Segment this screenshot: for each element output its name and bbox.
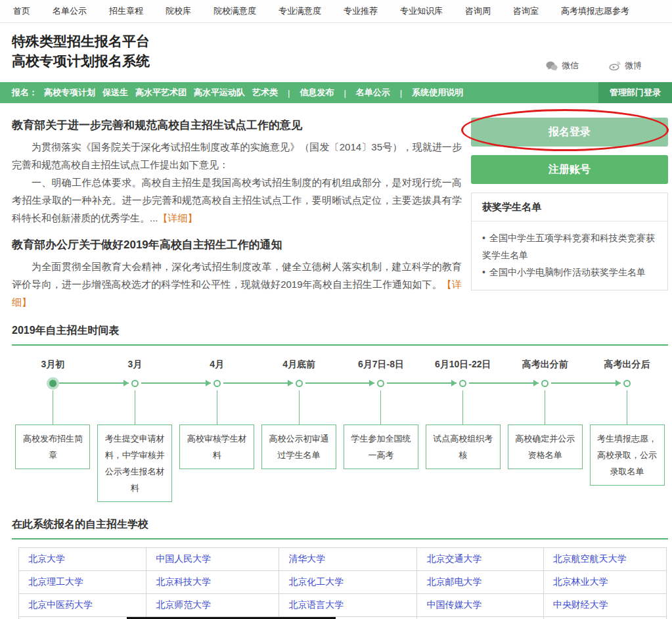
timeline-stage-box: 高校审核学生材料 [179,424,254,469]
schools-section: 在此系统报名的自主招生学校 北京大学中国人民大学清华大学北京交通大学北京航空航天… [12,518,668,619]
award-list-item[interactable]: •全国中小学电脑制作活动获奖学生名单 [482,264,657,281]
school-link[interactable]: 中央财经大学 [553,599,608,610]
table-cell: 北京语言大学 [279,594,417,617]
timeline-stage-box: 考生提交申请材料，中学审核并公示考生报名材料 [97,424,172,502]
school-link[interactable]: 中国传媒大学 [426,599,482,610]
weibo-link[interactable]: 微博 [609,60,642,72]
school-link[interactable]: 北京航空航天大学 [553,553,627,564]
table-cell: 北京航空航天大学 [543,548,666,571]
main-nav-link-publicity[interactable]: 名单公示 [356,87,390,99]
top-nav-link[interactable]: 院校库 [166,5,191,17]
table-cell: 北京化工大学 [279,571,417,594]
table-cell: 北京大学 [19,548,146,571]
school-link[interactable]: 中国人民大学 [156,553,211,564]
awards-panel: 获奖学生名单 •全国中学生五项学科竞赛和科技类竞赛获奖学生名单 •全国中小学电脑… [471,193,668,290]
top-nav-link[interactable]: 咨询周 [465,5,491,17]
school-link[interactable]: 北京理工大学 [28,576,83,587]
news-paragraph-text: 一、明确工作总体要求。高校自主招生是我国高校考试招生制度的有机组成部分，是对现行… [12,177,462,223]
table-row: 对外经济贸易大学中国政法大学华北电力大学 (北京) (保定)南开大学天津大学 [19,617,667,619]
timeline-stage-box: 学生参加全国统一高考 [344,424,418,469]
schools-title: 在此系统报名的自主招生学校 [12,518,668,539]
table-cell: 天津大学 [543,617,666,619]
top-nav-link[interactable]: 高考填报志愿参考 [561,5,629,17]
school-link[interactable]: 北京大学 [28,553,65,564]
school-link[interactable]: 北京师范大学 [156,599,211,610]
table-cell: 北京中医药大学 [19,594,146,617]
site-titles: 特殊类型招生报名平台 高校专项计划报名系统 [12,23,150,82]
school-link[interactable]: 北京中医药大学 [28,599,93,610]
top-nav-link[interactable]: 院校满意度 [213,5,256,17]
timeline-vertical-line [380,390,381,424]
weibo-label: 微博 [625,60,642,72]
top-nav-link[interactable]: 咨询室 [513,5,539,17]
school-link[interactable]: 北京林业大学 [553,576,608,587]
timeline-stage-box: 试点高校组织考核 [426,424,501,469]
timeline-node-icon [459,380,466,387]
news-title[interactable]: 教育部关于进一步完善和规范高校自主招生试点工作的意见 [12,118,462,133]
timeline-stages: 3月初 高校发布招生简章 3月 [12,359,668,502]
timeline-stage: 高考出分后 考生填报志愿，高校录取，公示录取名单 [586,359,668,502]
school-link[interactable]: 北京化工大学 [288,576,344,587]
timeline-node-icon [131,380,139,387]
awards-panel-title: 获奖学生名单 [472,193,667,221]
top-nav-link[interactable]: 招生章程 [109,5,143,17]
table-cell: 北京林业大学 [543,571,666,594]
news-item: 教育部关于进一步完善和规范高校自主招生试点工作的意见 为贯彻落实《国务院关于深化… [12,118,462,227]
timeline-connector [223,382,258,384]
main-nav-categories: 高校专项计划保送生高水平艺术团高水平运动队艺术类 [44,87,278,99]
site-header: 特殊类型招生报名平台 高校专项计划报名系统 微信 [0,23,672,82]
top-nav-link[interactable]: 专业推荐 [344,5,378,17]
timeline-node-icon [296,380,303,387]
timeline-node-row [94,376,176,390]
timeline-stage-label: 高考出分后 [604,359,650,373]
top-nav-link[interactable]: 首页 [13,5,30,17]
timeline-arrow-connector [340,382,375,384]
timeline-stage: 4月 高校审核学生材料 [176,359,258,502]
timeline-vertical-line [299,390,300,424]
separator: | [344,88,346,98]
news-paragraph: 为贯彻落实《国务院关于深化考试招生制度改革的实施意见》（国发〔2014〕35号）… [12,138,462,173]
top-nav-link[interactable]: 专业满意度 [279,5,321,17]
table-cell: 中央财经大学 [543,594,666,617]
timeline-arrow-connector [586,382,621,384]
school-link[interactable]: 北京科技大学 [156,576,211,587]
main-nav-link-info[interactable]: 信息发布 [300,87,334,99]
main-nav-category-link[interactable]: 高水平艺术团 [135,87,187,99]
register-account-button[interactable]: 注册账号 [471,155,668,184]
signup-login-button[interactable]: 报名登录 [471,118,668,147]
admin-login-button[interactable]: 管理部门登录 [598,82,672,103]
table-row: 北京大学中国人民大学清华大学北京交通大学北京航空航天大学 [19,548,667,571]
weibo-icon [609,61,621,71]
award-list-item[interactable]: •全国中学生五项学科竞赛和科技类竞赛获奖学生名单 [482,229,657,264]
timeline-node-row [258,376,340,390]
timeline-node-row [504,376,586,390]
award-list-item-text: 全国中学生五项学科竞赛和科技类竞赛获奖学生名单 [482,233,655,260]
timeline-stage-box: 高校公示初审通过学生名单 [261,424,336,469]
award-list-item-text: 全国中小学电脑制作活动获奖学生名单 [489,267,646,277]
table-cell: 北京科技大学 [146,571,279,594]
timeline-node-icon [49,380,56,387]
school-link[interactable]: 北京邮电大学 [426,576,482,587]
school-link[interactable]: 清华大学 [288,553,325,564]
news-title[interactable]: 教育部办公厅关于做好2019年高校自主招生工作的通知 [12,237,462,252]
main-nav-category-link[interactable]: 高水平运动队 [194,87,245,99]
wechat-link[interactable]: 微信 [546,60,579,72]
main-nav-category-link[interactable]: 艺术类 [252,87,278,99]
top-nav-link[interactable]: 专业知识库 [400,5,443,17]
top-nav-link[interactable]: 名单公示 [53,5,87,17]
news-item: 教育部办公厅关于做好2019年高校自主招生工作的通知 为全面贯彻全国教育大会精神… [12,237,462,311]
school-link[interactable]: 北京语言大学 [288,599,344,610]
main-nav-category-link[interactable]: 保送生 [102,87,128,99]
timeline-connector [387,382,422,384]
main-nav-link-manual[interactable]: 系统使用说明 [412,87,463,99]
timeline-stage: 4月底前 高校公示初审通过学生名单 [258,359,340,502]
table-cell: 北京交通大学 [417,548,543,571]
school-link[interactable]: 北京交通大学 [426,553,482,564]
wechat-label: 微信 [562,60,579,72]
timeline-stage-label: 4月 [210,359,224,373]
main-nav-category-link[interactable]: 高校专项计划 [44,87,95,99]
timeline-vertical-line [545,390,545,424]
more-link[interactable]: 【详细】 [158,212,198,223]
timeline-node-row [586,376,668,390]
timeline-vertical-line [53,390,53,424]
